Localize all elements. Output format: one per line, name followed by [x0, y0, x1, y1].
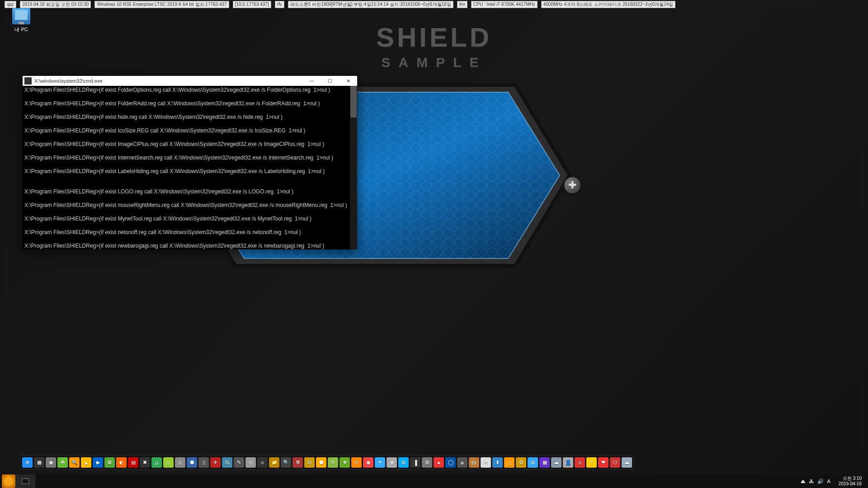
dock-icon-28[interactable]: ⊙	[351, 457, 362, 468]
dock-icon-41[interactable]: △	[504, 457, 514, 468]
cmd-window[interactable]: X:\windows\system32\cmd.exe ─ ☐ ✕ X:\Pro…	[23, 76, 357, 249]
dock-icon-7[interactable]: ✿	[104, 457, 115, 468]
dock-icon-50[interactable]: 🛡	[610, 457, 620, 468]
dock-icon-10[interactable]: ✖	[140, 457, 150, 468]
tray-network-icon[interactable]: 🖧	[809, 479, 814, 484]
info-boot: 레드스톤5 버전1809[RTM낸월] 부팅:4일15:24:14 설치:201…	[288, 1, 453, 8]
dock-icon-24[interactable]: ⊟	[304, 457, 315, 468]
info-rfv: rfv	[275, 1, 284, 8]
info-qaz: qaz	[5, 1, 16, 8]
dock-icon-51[interactable]: ☁	[622, 457, 632, 468]
dock-icon-9[interactable]: ▤	[128, 457, 138, 468]
dock-icon-18[interactable]: ✎	[234, 457, 244, 468]
dock-icon-44[interactable]: ▦	[539, 457, 550, 468]
dock-icon-3[interactable]: ☘	[57, 457, 68, 468]
dock-icon-19[interactable]: ◎	[245, 457, 256, 468]
minimize-button[interactable]: ─	[303, 76, 321, 86]
cmd-title-text: X:\windows\system32\cmd.exe	[33, 78, 303, 84]
dock-icon-49[interactable]: ❤	[598, 457, 609, 468]
dock-icon-13[interactable]: ⎘	[175, 457, 185, 468]
desktop-icon-label: 내 PC	[5, 26, 37, 33]
cmd-text: X:\Program Files\SHIELDReg>(if exist Fol…	[24, 87, 355, 249]
dock-icon-22[interactable]: 🔍	[281, 457, 291, 468]
dock-icon-31[interactable]: ◈	[387, 457, 397, 468]
taskbar-clock[interactable]: 오전 3:10 2019-04-16	[836, 475, 864, 488]
dock-icon-40[interactable]: ⬇	[492, 457, 503, 468]
dock-icon-5[interactable]: ▲	[81, 457, 91, 468]
dock-icon-2[interactable]: ◉	[46, 457, 56, 468]
plus-button-icon: ✚	[564, 177, 580, 193]
taskbar-cmd-button[interactable]	[15, 474, 35, 488]
dock-icon-29[interactable]: ◉	[363, 457, 373, 468]
dock-icon-30[interactable]: ✶	[375, 457, 385, 468]
dock-icon-12[interactable]: ☺	[163, 457, 174, 468]
terminal-icon	[22, 479, 29, 484]
dock-icon-27[interactable]: ❖	[340, 457, 350, 468]
info-cpu2: 4000MHz 4코어 8스레드 스카이레이크 20160322~3년0개월24…	[541, 1, 676, 8]
close-button[interactable]: ✕	[339, 76, 357, 86]
cmd-icon	[24, 77, 32, 84]
cmd-titlebar[interactable]: X:\windows\system32\cmd.exe ─ ☐ ✕	[23, 76, 357, 86]
overwatch-icon[interactable]	[2, 474, 15, 488]
scrollbar-thumb[interactable]	[350, 86, 357, 117]
dock-icon-23[interactable]: ☢	[292, 457, 303, 468]
dock-icon-38[interactable]: Br	[469, 457, 479, 468]
info-bar: qaz 2019.04.16 화요일 오전 03:10:30 Windows 1…	[5, 1, 750, 8]
dock-icon-47[interactable]: ≡	[575, 457, 585, 468]
dock-icon-11[interactable]: µ	[151, 457, 162, 468]
launcher-dock: ⊕▦◉☘🔍▲▶✿◐▤✖µ☺⎘⬢▯✈⇆✎◎≡📁🔍☢⊟⬢↻❖⊙◉✶◈⊞▐⚙●◯⎈Br…	[20, 455, 634, 470]
taskbar[interactable]: ⏏ 🖧 🔊 A 오전 3:10 2019-04-16	[0, 474, 868, 488]
dock-icon-37[interactable]: ⎈	[457, 457, 467, 468]
dock-icon-33[interactable]: ▐	[410, 457, 420, 468]
dock-icon-39[interactable]: ✉	[481, 457, 491, 468]
dock-icon-21[interactable]: 📁	[269, 457, 279, 468]
dock-icon-26[interactable]: ↻	[328, 457, 338, 468]
system-tray[interactable]: ⏏ 🖧 🔊 A	[801, 479, 830, 484]
info-cpu: CPU : Intel i7-6700K 4417MHz	[471, 1, 538, 8]
scrollbar[interactable]	[350, 86, 357, 249]
dock-icon-16[interactable]: ✈	[210, 457, 221, 468]
dock-icon-8[interactable]: ◐	[116, 457, 127, 468]
maximize-button[interactable]: ☐	[321, 76, 339, 86]
dock-icon-45[interactable]: ☁	[551, 457, 561, 468]
info-ihn: ihn	[457, 1, 467, 8]
dock-icon-1[interactable]: ▦	[34, 457, 44, 468]
logo-small: SAMPLE	[376, 55, 492, 70]
logo-big: SHIELD	[376, 22, 492, 53]
dock-icon-0[interactable]: ⊕	[22, 457, 33, 468]
tray-usb-icon[interactable]: ⏏	[801, 479, 805, 484]
dock-icon-4[interactable]: 🔍	[69, 457, 80, 468]
dock-icon-6[interactable]: ▶	[93, 457, 103, 468]
info-build: [10.0.17763.437]	[233, 1, 271, 8]
dock-icon-36[interactable]: ◯	[445, 457, 456, 468]
dock-icon-25[interactable]: ⬢	[316, 457, 326, 468]
dock-icon-42[interactable]: ⚙	[516, 457, 526, 468]
dock-icon-34[interactable]: ⚙	[422, 457, 432, 468]
dock-icon-20[interactable]: ≡	[257, 457, 268, 468]
tray-ime-indicator[interactable]: A	[827, 479, 830, 484]
info-date: 2019.04.16 화요일 오전 03:10:30	[20, 1, 91, 8]
dock-icon-15[interactable]: ▯	[198, 457, 209, 468]
computer-icon	[12, 8, 30, 24]
desktop-icon-mypc[interactable]: 내 PC	[5, 8, 37, 33]
dock-icon-32[interactable]: ⊞	[398, 457, 409, 468]
dock-icon-43[interactable]: ⊞	[528, 457, 538, 468]
dock-icon-48[interactable]: f	[586, 457, 597, 468]
info-os: Windows 10 RS5 Enterprise LTSC 2019 K 64…	[94, 1, 229, 8]
wallpaper-logo: SHIELD SAMPLE	[376, 22, 492, 70]
dock-icon-46[interactable]: 👤	[563, 457, 573, 468]
clock-time: 오전 3:10	[839, 476, 862, 481]
dock-icon-14[interactable]: ⬢	[187, 457, 197, 468]
dock-icon-17[interactable]: ⇆	[222, 457, 232, 468]
cmd-output[interactable]: X:\Program Files\SHIELDReg>(if exist Fol…	[23, 86, 357, 249]
clock-date: 2019-04-16	[839, 481, 862, 487]
dock-icon-35[interactable]: ●	[434, 457, 444, 468]
tray-volume-icon[interactable]: 🔊	[817, 479, 824, 484]
